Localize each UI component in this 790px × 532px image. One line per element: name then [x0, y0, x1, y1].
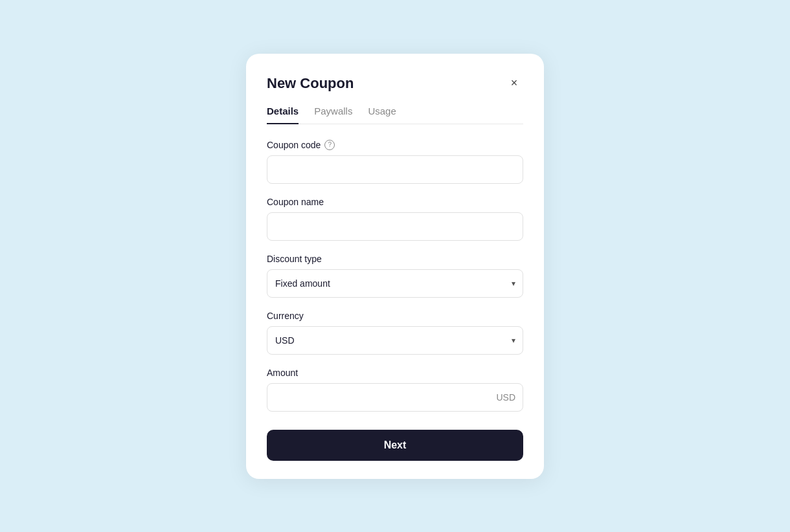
amount-input[interactable]: [267, 383, 523, 412]
coupon-name-group: Coupon name: [267, 197, 523, 241]
amount-input-wrapper: USD: [267, 383, 523, 412]
amount-group: Amount USD: [267, 368, 523, 412]
tabs-container: Details Paywalls Usage: [267, 105, 523, 124]
next-button[interactable]: Next: [267, 430, 523, 461]
currency-select-wrapper: USD EUR GBP ▾: [267, 326, 523, 355]
currency-label: Currency: [267, 311, 523, 321]
modal-header: New Coupon ×: [267, 74, 523, 93]
modal-title: New Coupon: [267, 75, 354, 92]
amount-label: Amount: [267, 368, 523, 378]
close-button[interactable]: ×: [505, 74, 523, 93]
coupon-code-input[interactable]: [267, 155, 523, 184]
tab-usage[interactable]: Usage: [368, 105, 396, 124]
coupon-code-label: Coupon code ?: [267, 140, 523, 150]
coupon-code-info-icon[interactable]: ?: [324, 140, 335, 150]
tab-paywalls[interactable]: Paywalls: [314, 105, 352, 124]
currency-select[interactable]: USD EUR GBP: [267, 326, 523, 355]
modal-overlay: New Coupon × Details Paywalls Usage Coup…: [0, 0, 790, 532]
discount-type-group: Discount type Fixed amount Percentage ▾: [267, 254, 523, 298]
tab-details[interactable]: Details: [267, 105, 299, 124]
coupon-name-label: Coupon name: [267, 197, 523, 207]
new-coupon-modal: New Coupon × Details Paywalls Usage Coup…: [246, 54, 544, 479]
discount-type-select[interactable]: Fixed amount Percentage: [267, 269, 523, 298]
coupon-name-input[interactable]: [267, 212, 523, 241]
currency-group: Currency USD EUR GBP ▾: [267, 311, 523, 355]
discount-type-label: Discount type: [267, 254, 523, 264]
discount-type-select-wrapper: Fixed amount Percentage ▾: [267, 269, 523, 298]
coupon-code-group: Coupon code ?: [267, 140, 523, 184]
